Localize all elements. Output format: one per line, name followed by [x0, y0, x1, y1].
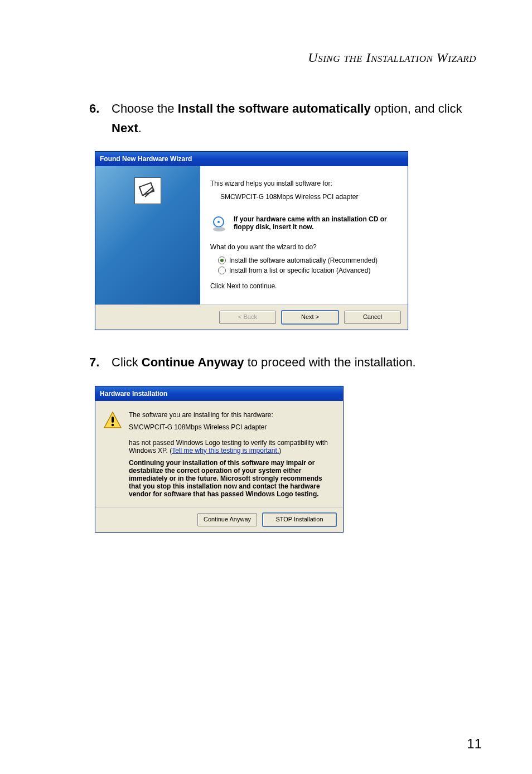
- step-7-post: to proceed with the installation.: [244, 355, 416, 369]
- step-7-text: Click Continue Anyway to proceed with th…: [112, 352, 482, 372]
- step-7-pre: Click: [112, 355, 142, 369]
- wizard-device-name: SMCWPCIT-G 108Mbps Wireless PCI adapter: [210, 193, 398, 201]
- svg-rect-7: [112, 417, 114, 423]
- svg-point-5: [213, 227, 225, 231]
- dialog2-line2b: ): [279, 447, 281, 454]
- step-6-post: .: [138, 121, 142, 135]
- step-7-bold1: Continue Anyway: [142, 355, 244, 369]
- why-testing-important-link[interactable]: Tell me why this testing is important.: [172, 447, 279, 454]
- dialog2-device: SMCWPCIT-G 108Mbps Wireless PCI adapter: [129, 423, 335, 431]
- dialog2-warning-bold: Continuing your installation of this sof…: [129, 459, 335, 498]
- step-6-bold1: Install the software automatically: [178, 101, 371, 115]
- hardware-installation-dialog: Hardware Installation The software you a…: [95, 386, 344, 533]
- page-number: 11: [467, 736, 482, 752]
- svg-point-8: [112, 423, 114, 425]
- radio-icon: [218, 267, 226, 274]
- radio-install-auto-label: Install the software automatically (Reco…: [229, 257, 378, 264]
- radio-install-auto[interactable]: Install the software automatically (Reco…: [218, 257, 398, 264]
- warning-icon: [103, 411, 122, 430]
- wizard-prompt: What do you want the wizard to do?: [210, 243, 398, 251]
- radio-icon: [218, 257, 226, 264]
- step-6: 6. Choose the Install the software autom…: [89, 99, 482, 138]
- step-6-mid: option, and click: [371, 101, 462, 115]
- step-6-bold2: Next: [112, 121, 138, 135]
- wizard-side-graphic: [95, 166, 200, 304]
- step-6-number: 6.: [89, 99, 112, 138]
- hardware-icon: [134, 177, 161, 204]
- cd-icon: [210, 215, 228, 233]
- dialog2-line1: The software you are installing for this…: [129, 411, 335, 419]
- back-button[interactable]: < Back: [219, 311, 276, 324]
- next-button[interactable]: Next >: [282, 311, 338, 324]
- dialog1-titlebar: Found New Hardware Wizard: [95, 152, 408, 166]
- wizard-intro-text: This wizard helps you install software f…: [210, 180, 398, 187]
- radio-install-specific-label: Install from a list or specific location…: [229, 267, 370, 274]
- cd-note-text: If your hardware came with an installati…: [234, 215, 398, 231]
- found-new-hardware-wizard-dialog: Found New Hardware Wizard This wizard he…: [95, 151, 408, 330]
- wizard-continue-text: Click Next to continue.: [210, 282, 398, 290]
- continue-anyway-button[interactable]: Continue Anyway: [197, 513, 257, 526]
- svg-rect-0: [139, 183, 154, 196]
- step-7: 7. Click Continue Anyway to proceed with…: [89, 352, 482, 372]
- stop-installation-button[interactable]: STOP Installation: [263, 513, 336, 526]
- step-6-text: Choose the Install the software automati…: [112, 99, 482, 138]
- step-6-pre: Choose the: [112, 101, 178, 115]
- section-header: Using the Installation Wizard: [89, 50, 482, 65]
- radio-install-specific[interactable]: Install from a list or specific location…: [218, 267, 398, 274]
- dialog2-titlebar: Hardware Installation: [95, 386, 343, 401]
- cancel-button[interactable]: Cancel: [344, 311, 401, 324]
- step-7-number: 7.: [89, 352, 112, 372]
- dialog2-logo-text: has not passed Windows Logo testing to v…: [129, 439, 335, 454]
- svg-point-4: [217, 221, 220, 223]
